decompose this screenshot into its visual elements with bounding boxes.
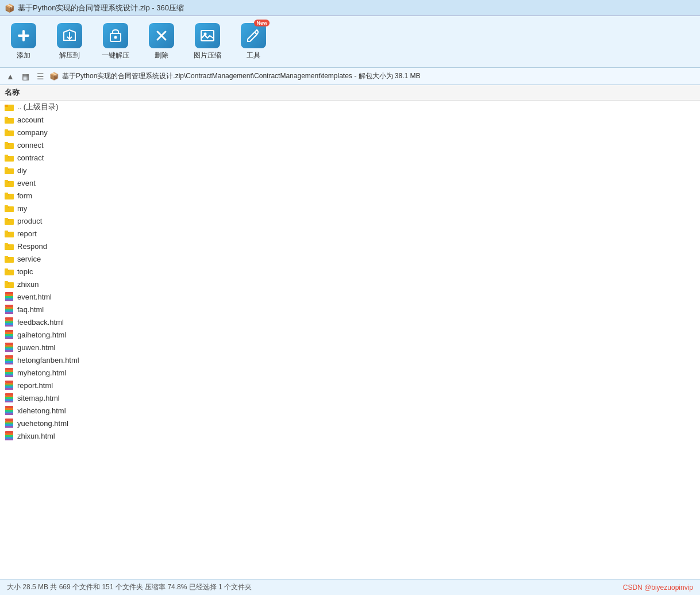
toolbar-delete-button[interactable]: 删除 [147, 23, 176, 60]
svg-rect-1 [18, 34, 29, 37]
list-item[interactable]: form [0, 189, 700, 202]
svg-rect-118 [5, 424, 13, 426]
svg-rect-93 [5, 372, 13, 374]
list-item[interactable]: topic [0, 265, 700, 278]
svg-rect-58 [5, 298, 13, 300]
folder-icon [5, 241, 14, 251]
nav-back-button[interactable]: ▲ [5, 71, 16, 82]
list-item[interactable]: my [0, 202, 700, 214]
list-item[interactable]: gaihetong.html [0, 328, 700, 341]
html-file-icon [5, 355, 14, 364]
list-item[interactable]: event.html [0, 290, 700, 303]
svg-rect-80 [5, 345, 13, 347]
svg-rect-111 [5, 410, 13, 412]
html-file-icon [5, 292, 14, 301]
svg-rect-38 [5, 218, 8, 221]
file-name: sitemap.html [17, 394, 60, 402]
nav-list-button[interactable]: ☰ [34, 71, 46, 82]
svg-rect-73 [5, 330, 13, 332]
file-name: form [17, 191, 32, 200]
folder-icon [5, 166, 14, 175]
file-area[interactable]: 名称 .. (上级目录) account company connect con… [0, 85, 700, 579]
file-name: zhixun.html [17, 432, 55, 440]
svg-rect-69 [5, 321, 13, 323]
svg-rect-91 [5, 368, 13, 370]
svg-rect-106 [5, 399, 13, 401]
toolbar-onekey-button[interactable]: 一键解压 [101, 23, 130, 60]
svg-rect-77 [5, 337, 13, 339]
folder-icon [5, 279, 14, 289]
toolbar-tools-label: 工具 [247, 51, 260, 60]
list-item[interactable]: Respond [0, 240, 700, 252]
list-item[interactable]: faq.html [0, 303, 700, 316]
list-item[interactable]: yuehetong.html [0, 417, 700, 429]
nav-bar: ▲ ▦ ☰ 📦 基于Python实现的合同管理系统设计.zip\Contract… [0, 68, 700, 85]
nav-path: 基于Python实现的合同管理系统设计.zip\ContractManageme… [62, 71, 421, 81]
html-file-icon [5, 343, 14, 352]
toolbar-imgzip-button[interactable]: 图片压缩 [193, 23, 222, 60]
list-item[interactable]: xiehetong.html [0, 404, 700, 417]
toolbar-imgzip-label: 图片压缩 [194, 51, 221, 60]
svg-rect-50 [5, 268, 8, 271]
list-item[interactable]: myhetong.html [0, 366, 700, 379]
parent-dir-icon [5, 102, 14, 112]
toolbar-extract-label: 解压到 [59, 51, 80, 60]
file-name: event [17, 179, 36, 187]
toolbar-delete-label: 删除 [155, 51, 168, 60]
list-item[interactable]: company [0, 126, 700, 139]
svg-rect-32 [5, 193, 8, 195]
list-item[interactable]: zhixun.html [0, 429, 700, 442]
folder-icon [5, 254, 14, 263]
toolbar-tools-button[interactable]: New工具 [239, 23, 268, 60]
svg-rect-81 [5, 347, 13, 348]
svg-rect-115 [5, 419, 13, 421]
list-item[interactable]: report.html [0, 379, 700, 391]
list-item[interactable]: report [0, 227, 700, 240]
folder-icon [5, 178, 14, 187]
svg-rect-64 [5, 310, 13, 312]
list-item[interactable]: feedback.html [0, 316, 700, 328]
list-item[interactable]: product [0, 214, 700, 227]
svg-rect-75 [5, 334, 13, 336]
svg-rect-68 [5, 320, 13, 321]
list-item[interactable]: .. (上级目录) [0, 101, 700, 113]
svg-rect-98 [5, 383, 13, 385]
list-item[interactable]: sitemap.html [0, 391, 700, 404]
status-bar: 大小 28.5 MB 共 669 个文件和 151 个文件夹 压缩率 74.8%… [0, 579, 700, 595]
list-item[interactable]: connect [0, 139, 700, 151]
toolbar-extract-button[interactable]: 解压到 [55, 23, 84, 60]
toolbar-add-button[interactable]: 添加 [9, 23, 38, 60]
file-name: yuehetong.html [17, 419, 68, 428]
svg-rect-124 [5, 437, 13, 439]
svg-rect-122 [5, 433, 13, 435]
file-name: event.html [17, 293, 52, 301]
folder-icon [5, 229, 14, 238]
list-item[interactable]: service [0, 252, 700, 265]
svg-rect-92 [5, 370, 13, 372]
svg-rect-125 [5, 439, 13, 440]
list-item[interactable]: zhixun [0, 278, 700, 290]
svg-rect-112 [5, 412, 13, 413]
list-item[interactable]: contract [0, 151, 700, 164]
list-item[interactable]: hetongfanben.html [0, 354, 700, 366]
list-item[interactable]: guwen.html [0, 341, 700, 354]
file-name: connect [17, 141, 44, 149]
svg-rect-117 [5, 423, 13, 424]
svg-rect-67 [5, 317, 13, 320]
svg-rect-101 [5, 388, 13, 390]
svg-rect-97 [5, 381, 13, 383]
file-name: service [17, 255, 41, 263]
file-name: guwen.html [17, 343, 55, 352]
list-item[interactable]: account [0, 113, 700, 126]
svg-rect-83 [5, 350, 13, 352]
folder-icon [5, 216, 14, 225]
file-name: my [17, 204, 27, 213]
nav-view-button[interactable]: ▦ [20, 71, 31, 82]
title-bar: 📦 基于Python实现的合同管理系统设计.zip - 360压缩 [0, 0, 700, 16]
list-item[interactable]: diy [0, 164, 700, 176]
list-item[interactable]: event [0, 176, 700, 189]
html-file-icon [5, 419, 14, 428]
svg-rect-55 [5, 292, 13, 294]
status-info: 大小 28.5 MB 共 669 个文件和 151 个文件夹 压缩率 74.8%… [7, 582, 252, 592]
svg-rect-109 [5, 406, 13, 408]
